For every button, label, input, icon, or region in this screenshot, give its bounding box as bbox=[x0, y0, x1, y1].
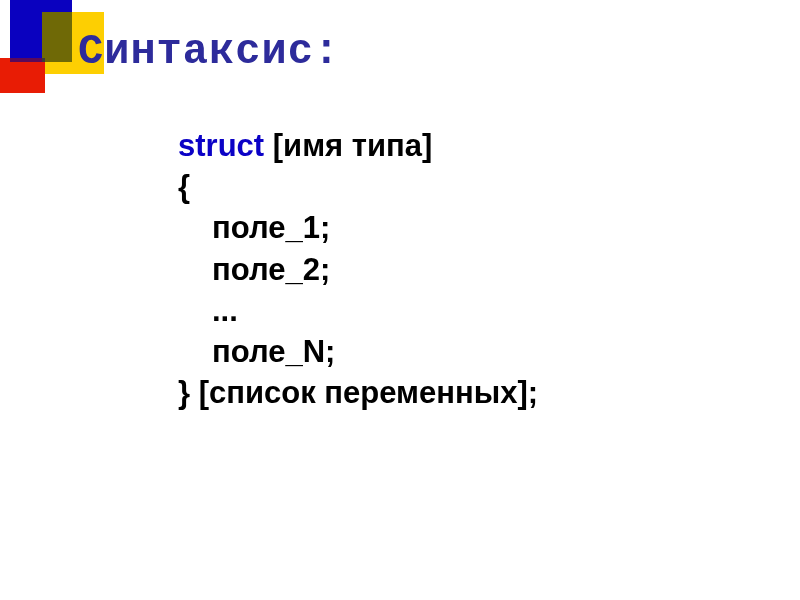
field-line: поле_1; bbox=[212, 210, 330, 245]
slide-title: Синтаксис: bbox=[78, 28, 340, 76]
brace-open: { bbox=[178, 169, 190, 204]
ellipsis-line: ... bbox=[212, 293, 238, 328]
field-line: поле_N; bbox=[212, 334, 335, 369]
type-name-placeholder: [имя типа] bbox=[273, 128, 433, 163]
field-line: поле_2; bbox=[212, 252, 330, 287]
struct-keyword: struct bbox=[178, 128, 264, 163]
brace-close-line: } [список переменных]; bbox=[178, 375, 538, 410]
code-block: struct [имя типа] { поле_1; поле_2; ... … bbox=[178, 125, 538, 414]
